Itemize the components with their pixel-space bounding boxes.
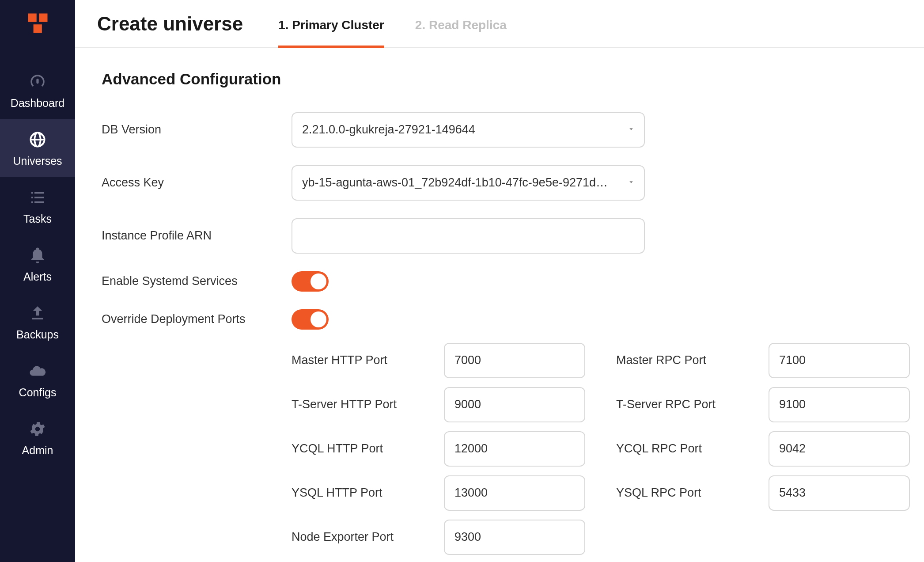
access-key-select[interactable]: yb-15-agunta-aws-01_72b924df-1b10-47fc-9… xyxy=(292,165,645,201)
tab-primary-cluster[interactable]: 1. Primary Cluster xyxy=(278,18,384,48)
svg-rect-0 xyxy=(28,14,36,22)
main: Create universe 1. Primary Cluster 2. Re… xyxy=(75,0,924,562)
master-rpc-port-input[interactable] xyxy=(769,343,910,378)
ycql-rpc-port-label: YCQL RPC Port xyxy=(616,442,769,456)
gauge-icon xyxy=(27,71,48,92)
sidebar-item-configs[interactable]: Configs xyxy=(0,351,75,409)
sidebar-item-label: Configs xyxy=(19,386,57,399)
svg-rect-1 xyxy=(39,14,47,22)
tserver-http-port-label: T-Server HTTP Port xyxy=(292,398,444,411)
sidebar-item-label: Universes xyxy=(13,155,62,167)
override-ports-label: Override Deployment Ports xyxy=(102,312,292,326)
svg-rect-2 xyxy=(33,24,42,33)
sidebar-item-backups[interactable]: Backups xyxy=(0,293,75,351)
gear-icon xyxy=(27,418,48,440)
access-key-label: Access Key xyxy=(102,176,292,190)
ycql-http-port-input[interactable] xyxy=(444,431,585,467)
master-rpc-port-label: Master RPC Port xyxy=(616,353,769,367)
sidebar-item-label: Backups xyxy=(16,328,59,341)
list-icon xyxy=(27,187,48,208)
instance-profile-arn-label: Instance Profile ARN xyxy=(102,229,292,243)
ports-grid: Master HTTP Port Master RPC Port T-Serve… xyxy=(292,343,910,555)
sidebar-item-label: Admin xyxy=(22,444,53,457)
ysql-rpc-port-label: YSQL RPC Port xyxy=(616,486,769,500)
cloud-icon xyxy=(27,361,48,382)
tab-read-replica[interactable]: 2. Read Replica xyxy=(415,18,507,48)
sidebar-item-label: Alerts xyxy=(23,270,52,283)
ycql-http-port-label: YCQL HTTP Port xyxy=(292,442,444,456)
enable-systemd-toggle[interactable] xyxy=(292,271,329,292)
sidebar-item-tasks[interactable]: Tasks xyxy=(0,177,75,235)
sidebar-item-dashboard[interactable]: Dashboard xyxy=(0,61,75,119)
tabs: 1. Primary Cluster 2. Read Replica xyxy=(278,0,507,47)
instance-profile-arn-input[interactable] xyxy=(292,218,645,254)
sidebar-item-label: Dashboard xyxy=(11,97,64,110)
sidebar-item-alerts[interactable]: Alerts xyxy=(0,235,75,293)
section-title: Advanced Configuration xyxy=(102,70,910,88)
ysql-rpc-port-input[interactable] xyxy=(769,475,910,511)
sidebar-item-admin[interactable]: Admin xyxy=(0,409,75,467)
override-ports-toggle[interactable] xyxy=(292,309,329,330)
ysql-http-port-label: YSQL HTTP Port xyxy=(292,486,444,500)
logo xyxy=(26,11,50,37)
tserver-rpc-port-label: T-Server RPC Port xyxy=(616,398,769,411)
tserver-http-port-input[interactable] xyxy=(444,387,585,422)
sidebar: Dashboard Universes Tasks Alerts Backups xyxy=(0,0,75,562)
db-version-label: DB Version xyxy=(102,123,292,137)
header: Create universe 1. Primary Cluster 2. Re… xyxy=(75,0,924,48)
page-title: Create universe xyxy=(97,13,243,47)
master-http-port-input[interactable] xyxy=(444,343,585,378)
tserver-rpc-port-input[interactable] xyxy=(769,387,910,422)
enable-systemd-label: Enable Systemd Services xyxy=(102,274,292,288)
node-exporter-port-label: Node Exporter Port xyxy=(292,530,444,544)
bell-icon xyxy=(27,245,48,266)
upload-icon xyxy=(27,303,48,324)
ysql-http-port-input[interactable] xyxy=(444,475,585,511)
db-version-select[interactable]: 2.21.0.0-gkukreja-27921-149644 xyxy=(292,112,645,148)
sidebar-item-label: Tasks xyxy=(23,213,52,225)
sidebar-item-universes[interactable]: Universes xyxy=(0,119,75,177)
node-exporter-port-input[interactable] xyxy=(444,520,585,555)
ycql-rpc-port-input[interactable] xyxy=(769,431,910,467)
content: Advanced Configuration DB Version 2.21.0… xyxy=(75,48,924,562)
master-http-port-label: Master HTTP Port xyxy=(292,353,444,367)
globe-icon xyxy=(27,129,48,150)
